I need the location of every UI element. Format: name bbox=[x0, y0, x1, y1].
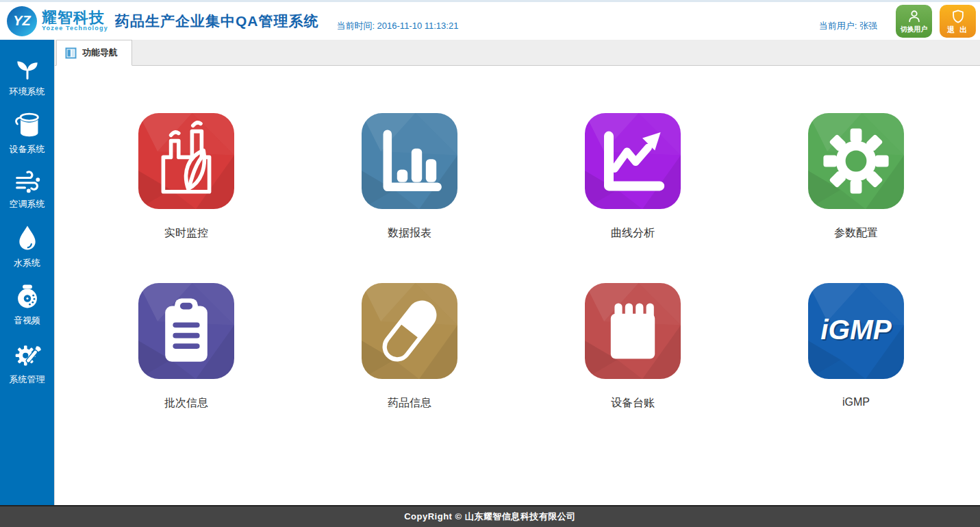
clipboard-icon bbox=[138, 283, 234, 379]
shield-icon bbox=[951, 9, 966, 24]
person-icon bbox=[907, 9, 922, 24]
app-label: 实时监控 bbox=[164, 226, 208, 241]
copyright-text: CopyRight © 山东耀智信息科技有限公司 bbox=[404, 511, 576, 523]
sidebar-item-label: 空调系统 bbox=[10, 198, 45, 210]
app-label: 参数配置 bbox=[834, 226, 878, 241]
tab-bar: 功能导航 bbox=[55, 40, 980, 66]
app-tile-drug-info[interactable]: 药品信息 bbox=[362, 283, 457, 410]
camera-icon bbox=[13, 282, 42, 310]
drum-icon bbox=[12, 111, 42, 138]
switch-user-button[interactable]: 切换用户 bbox=[896, 5, 932, 38]
app-tile-batch-info[interactable]: 批次信息 bbox=[138, 283, 234, 410]
pill-icon bbox=[362, 283, 457, 379]
app-tile-parameter-config[interactable]: 参数配置 bbox=[808, 113, 904, 241]
app-label: iGMP bbox=[842, 396, 870, 408]
logo-monogram: YZ bbox=[7, 6, 37, 36]
bar-chart-icon bbox=[362, 113, 457, 209]
brand-logo: YZ 耀智科技 Yozee Technology bbox=[0, 6, 108, 36]
app-label: 批次信息 bbox=[164, 396, 208, 410]
window-layout-icon bbox=[65, 47, 77, 59]
logout-button[interactable]: 退 出 bbox=[940, 5, 976, 38]
calendar-icon bbox=[585, 283, 681, 379]
sidebar-item-label: 设备系统 bbox=[10, 143, 45, 156]
sidebar-item-label: 系统管理 bbox=[10, 373, 45, 386]
sidebar-item-label: 环境系统 bbox=[10, 86, 45, 98]
water-drop-icon bbox=[14, 223, 41, 252]
app-tile-curve-analysis[interactable]: 曲线分析 bbox=[585, 113, 681, 241]
sidebar-item-label: 音视频 bbox=[14, 315, 40, 327]
app-header: YZ 耀智科技 Yozee Technology 药品生产企业集中QA管理系统 … bbox=[0, 0, 980, 40]
app-tile-realtime-monitor[interactable]: 实时监控 bbox=[138, 113, 234, 241]
sidebar-item-av[interactable]: 音视频 bbox=[0, 275, 54, 333]
sidebar-item-system-admin[interactable]: 系统管理 bbox=[0, 333, 54, 392]
line-chart-icon bbox=[585, 113, 681, 209]
app-tile-equipment-ledger[interactable]: 设备台账 bbox=[585, 283, 681, 410]
sidebar-item-water[interactable]: 水系统 bbox=[0, 217, 54, 275]
sidebar-item-environment[interactable]: 环境系统 bbox=[0, 48, 54, 104]
current-time: 当前时间: 2016-11-10 11:13:21 bbox=[336, 20, 458, 32]
sidebar-item-equipment[interactable]: 设备系统 bbox=[0, 104, 54, 162]
wind-icon bbox=[12, 169, 42, 193]
app-tile-data-report[interactable]: 数据报表 bbox=[362, 113, 457, 241]
current-user: 当前用户: 张强 bbox=[819, 20, 877, 32]
factory-leaf-icon bbox=[138, 113, 234, 209]
app-label: 设备台账 bbox=[611, 396, 655, 410]
switch-user-label: 切换用户 bbox=[901, 25, 928, 34]
gear-wrench-icon bbox=[12, 340, 42, 369]
app-tile-igmp[interactable]: iGMP iGMP iGMP bbox=[808, 283, 904, 410]
page-title: 药品生产企业集中QA管理系统 bbox=[115, 12, 319, 31]
gear-icon bbox=[808, 113, 904, 209]
app-label: 曲线分析 bbox=[611, 226, 655, 241]
sidebar-nav: 环境系统 设备系统 空调系统 bbox=[0, 40, 54, 505]
sidebar-item-label: 水系统 bbox=[14, 257, 40, 269]
brand-name-en: Yozee Technology bbox=[42, 25, 108, 32]
sprout-icon bbox=[12, 55, 42, 81]
igmp-logo: iGMP iGMP bbox=[808, 283, 904, 379]
function-nav-grid: 实时监控 数据报表 bbox=[55, 66, 980, 505]
tab-function-nav[interactable]: 功能导航 bbox=[56, 40, 132, 66]
tab-label: 功能导航 bbox=[82, 47, 118, 59]
svg-text:iGMP: iGMP bbox=[820, 314, 892, 345]
logout-label: 退 出 bbox=[947, 25, 968, 35]
app-label: 药品信息 bbox=[388, 396, 431, 410]
brand-name-cn: 耀智科技 bbox=[42, 10, 108, 25]
app-label: 数据报表 bbox=[388, 226, 431, 241]
app-footer: CopyRight © 山东耀智信息科技有限公司 bbox=[0, 505, 980, 527]
sidebar-item-hvac[interactable]: 空调系统 bbox=[0, 162, 54, 217]
